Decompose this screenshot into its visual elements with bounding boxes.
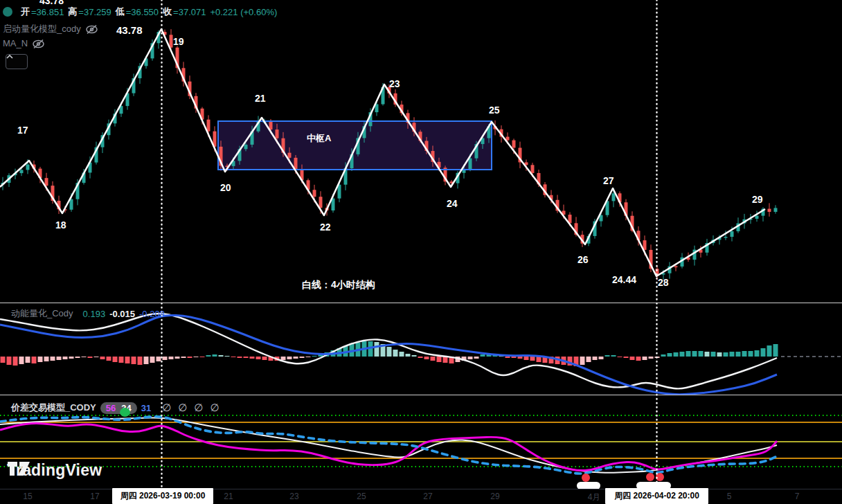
series-bullet-icon[interactable] [3, 7, 12, 17]
box-label[interactable]: 中枢A [307, 132, 331, 145]
pivot-label-21: 21 [255, 93, 266, 104]
chart-window: 43.78 开=36.851 高=37.259 低=36.550 收=37.07… [0, 0, 842, 504]
momentum-value-3: -0.208 [139, 309, 165, 319]
time-tick-25: 25 [357, 492, 366, 501]
crosshair-date-label-2: 周四 2026-04-02 20:00 [605, 488, 708, 504]
ma-legend-row: MA_N [3, 38, 44, 48]
pivot-label-22: 22 [320, 222, 331, 233]
hidden-eye-icon[interactable] [32, 39, 44, 48]
high-value: 37.259 [84, 7, 111, 17]
close-value: 37.071 [179, 7, 206, 17]
close-label: 收 [163, 6, 172, 18]
open-value: 36.851 [37, 7, 64, 17]
empty-set-icons[interactable]: ∅∅∅∅ [162, 402, 226, 414]
pivot-label-26: 26 [577, 254, 589, 265]
time-tick-17: 17 [90, 492, 99, 501]
change-value: +0.221 (+0.60%) [210, 7, 277, 17]
time-tick-7: 7 [795, 492, 800, 501]
low-label: 低 [116, 6, 125, 18]
time-tick-23: 23 [289, 492, 298, 501]
indicator-ma-title[interactable]: MA_N [3, 38, 28, 48]
open-label: 开 [21, 6, 30, 18]
spread-title[interactable]: 价差交易模型_CODY [11, 402, 96, 414]
green-signal-dot [120, 408, 130, 417]
pivot-label-18: 18 [55, 219, 66, 231]
time-tick-27: 27 [423, 492, 432, 501]
pane-separator[interactable] [0, 395, 842, 395]
time-tick-4月: 4月 [588, 492, 601, 503]
momentum-title[interactable]: 动能量化_Cody [11, 307, 73, 320]
high-label: 高 [68, 6, 77, 18]
momentum-value-1: 0.193 [83, 309, 106, 319]
low-price-note: 24.44 [612, 274, 636, 285]
indicator-legend-row: 启动量化模型_cody [3, 23, 98, 35]
structure-note: 白线：4小时结构 [302, 279, 375, 291]
spread-header: 价差交易模型_CODY 56 34 31 ∅∅∅∅ [11, 402, 226, 414]
time-tick-5: 5 [727, 492, 732, 501]
tradingview-logo[interactable]: TradingView [7, 461, 102, 480]
spread-value-3: 31 [141, 403, 151, 413]
collapse-legend-button[interactable] [6, 54, 28, 69]
chevron-up-icon [6, 55, 13, 59]
crosshair-date-label-1: 周四 2026-03-19 00:00 [112, 488, 213, 504]
pivot-label-20: 20 [220, 182, 231, 193]
momentum-header: 动能量化_Cody 0.193 -0.015 -0.208 [11, 307, 165, 320]
peak-price-label: 43.78 [116, 24, 143, 36]
crosshair-overlay [0, 0, 842, 504]
momentum-value-2: -0.015 [109, 309, 135, 319]
time-tick-29: 29 [490, 492, 499, 501]
indicator-startup-model-title[interactable]: 启动量化模型_cody [3, 23, 81, 35]
pivot-label-24: 24 [447, 198, 458, 209]
spread-values-pill: 56 34 [100, 402, 137, 414]
pivot-label-27: 27 [603, 175, 614, 186]
pane-separator[interactable] [0, 303, 842, 303]
pivot-label-28: 28 [658, 277, 669, 288]
pivot-label-17: 17 [17, 125, 28, 136]
pivot-label-25: 25 [489, 105, 500, 116]
tradingview-mark-icon [7, 461, 30, 476]
pivot-label-19: 19 [173, 36, 184, 47]
low-value: 36.550 [131, 7, 159, 17]
time-tick-15: 15 [23, 492, 32, 501]
ohlc-row: 开=36.851 高=37.259 低=36.550 收=37.071 +0.2… [3, 6, 277, 18]
pivot-label-23: 23 [389, 78, 400, 89]
hidden-eye-icon[interactable] [85, 24, 98, 34]
spread-value-1: 56 [106, 403, 116, 413]
time-tick-21: 21 [224, 492, 233, 501]
pivot-label-29: 29 [752, 194, 763, 205]
